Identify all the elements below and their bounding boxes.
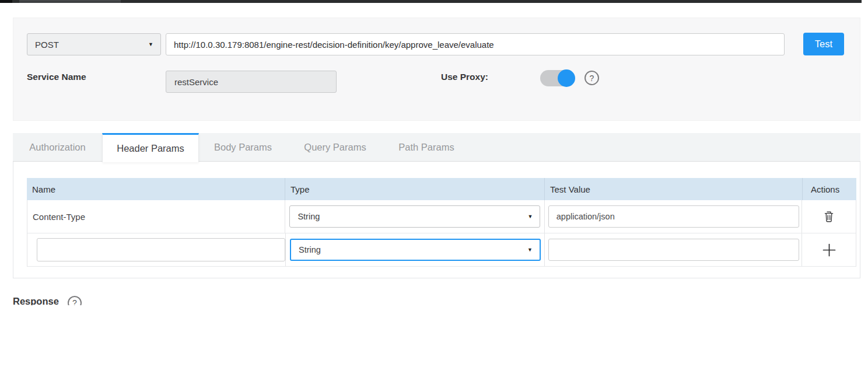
param-type-cell: String ▼ [285,200,544,233]
response-help-icon[interactable]: ? [68,296,82,305]
http-method-select[interactable]: POST ▼ [27,33,161,55]
header-test-value: Test Value [544,178,802,200]
param-actions-cell [802,233,856,266]
header-type: Type [285,178,544,200]
tab-path-params[interactable]: Path Params [383,133,470,162]
delete-row-button[interactable] [821,208,837,225]
param-type-value: String [298,212,320,221]
toggle-knob-icon [558,69,575,87]
param-type-select-focused[interactable]: String ▼ [290,239,541,261]
param-type-select[interactable]: String ▼ [289,205,540,228]
param-type-cell: String ▼ [285,233,544,266]
plus-icon [821,242,837,258]
request-url-input[interactable] [166,33,785,55]
params-tabstrip: Authorization Header Params Body Params … [13,133,860,162]
service-name-input[interactable] [166,71,337,93]
param-name-input[interactable] [37,238,285,261]
header-params-panel: Name Type Test Value Actions Content-Typ… [13,162,860,278]
tab-authorization[interactable]: Authorization [13,133,102,162]
param-name-cell: Content-Type [27,200,285,233]
test-button[interactable]: Test [803,33,844,55]
header-name: Name [27,178,285,200]
table-row: Content-Type String ▼ [27,200,856,233]
browser-chrome-strip [0,0,862,3]
param-actions-cell [802,200,856,233]
browser-chrome-corner [0,0,12,3]
request-config-panel: POST ▼ Test Service Name Use Proxy: ? [13,18,860,121]
params-table-body: Content-Type String ▼ [27,200,856,267]
response-label: Response [13,294,59,305]
header-actions: Actions [802,178,856,200]
param-test-value-input[interactable] [548,205,799,228]
use-proxy-label: Use Proxy: [441,72,488,82]
table-row: String ▼ [27,233,856,267]
trash-icon [823,210,835,223]
params-table: Name Type Test Value Actions Content-Typ… [27,178,856,267]
use-proxy-help-icon[interactable]: ? [584,71,599,85]
tab-query-params[interactable]: Query Params [287,133,383,162]
use-proxy-toggle[interactable] [540,69,575,87]
param-test-value-cell [544,200,802,233]
param-type-value: String [299,245,321,254]
chevron-down-icon: ▼ [527,214,533,219]
param-test-value-input[interactable] [548,239,799,261]
add-row-button[interactable] [819,240,839,260]
http-method-value: POST [35,40,59,50]
param-test-value-cell [544,233,802,266]
tab-header-params[interactable]: Header Params [102,133,199,162]
chevron-down-icon: ▼ [527,247,533,253]
browser-tab-sliver [19,0,121,3]
service-name-label: Service Name [27,72,86,82]
params-table-header: Name Type Test Value Actions [27,178,856,200]
page: POST ▼ Test Service Name Use Proxy: ? Au… [0,0,868,377]
param-name-cell [27,233,285,266]
tab-body-params[interactable]: Body Params [199,133,287,162]
response-section: Response ? [13,294,82,305]
chevron-down-icon: ▼ [148,41,153,47]
